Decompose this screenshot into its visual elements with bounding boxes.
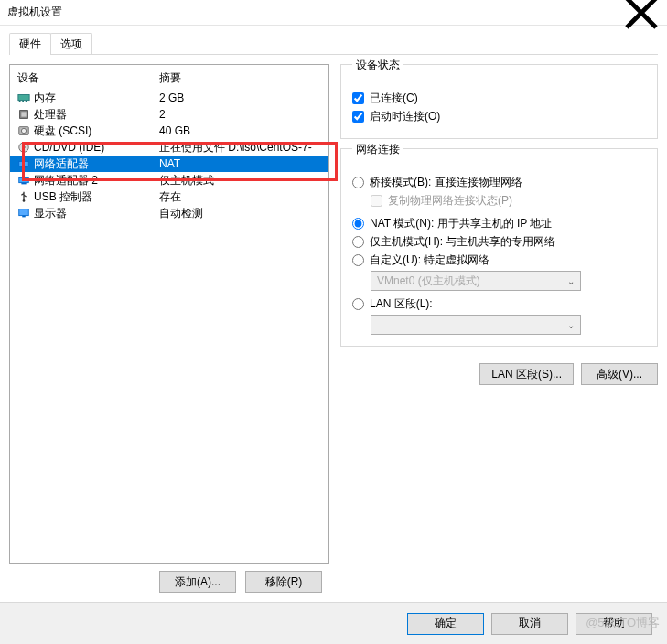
device-summary: 仅主机模式	[159, 173, 214, 188]
chevron-down-icon: ⌄	[567, 276, 575, 286]
titlebar: 虚拟机设置	[0, 0, 667, 26]
advanced-button[interactable]: 高级(V)...	[581, 363, 658, 385]
disk-icon	[17, 124, 30, 137]
net-icon	[17, 157, 30, 170]
hardware-list: 设备 摘要 内存2 GB处理器2硬盘 (SCSI)40 GBCD/DVD (ID…	[9, 64, 329, 564]
svg-rect-11	[21, 166, 26, 168]
hostonly-radio[interactable]	[352, 236, 364, 248]
table-row[interactable]: 网络适配器 2仅主机模式	[10, 172, 328, 188]
device-summary: 正在使用文件 D:\iso\CentOS-7-	[159, 140, 312, 156]
col-device: 设备	[17, 70, 159, 86]
table-row[interactable]: 显示器自动检测	[10, 205, 328, 221]
device-name: USB 控制器	[34, 189, 92, 205]
device-summary: NAT	[159, 157, 180, 170]
device-summary: 2 GB	[159, 91, 184, 104]
svg-rect-12	[19, 177, 29, 182]
connect-at-poweron-checkbox[interactable]	[352, 111, 364, 123]
device-name: 网络适配器	[34, 156, 89, 172]
custom-vmnet-select[interactable]: VMnet0 (仅主机模式) ⌄	[371, 271, 581, 291]
svg-rect-1	[19, 101, 21, 102]
svg-point-14	[23, 199, 26, 202]
svg-rect-15	[19, 209, 29, 216]
table-row[interactable]: 网络适配器NAT	[10, 156, 328, 172]
bridged-label: 桥接模式(B): 直接连接物理网络	[370, 175, 522, 190]
connected-label: 已连接(C)	[370, 91, 418, 106]
tab-bar: 硬件 选项	[9, 33, 658, 55]
device-status-legend: 设备状态	[352, 58, 403, 73]
tab-hardware[interactable]: 硬件	[9, 33, 51, 54]
dialog-footer: 确定 取消 帮助	[0, 602, 667, 644]
add-button[interactable]: 添加(A)...	[159, 571, 236, 593]
table-row[interactable]: 处理器2	[10, 106, 328, 123]
device-summary: 存在	[159, 189, 181, 205]
lan-segments-button[interactable]: LAN 区段(S)...	[479, 363, 574, 385]
table-row[interactable]: USB 控制器存在	[10, 188, 328, 205]
chevron-down-icon: ⌄	[567, 320, 575, 330]
close-icon[interactable]	[623, 0, 660, 26]
svg-rect-10	[19, 161, 29, 166]
device-name: 内存	[34, 91, 56, 106]
device-name: 显示器	[34, 206, 67, 221]
display-icon	[17, 207, 30, 220]
hardware-list-header: 设备 摘要	[10, 65, 328, 90]
nat-radio[interactable]	[352, 218, 364, 230]
custom-label: 自定义(U): 特定虚拟网络	[370, 252, 489, 268]
device-name: 处理器	[34, 107, 67, 123]
svg-rect-0	[18, 95, 29, 101]
tab-options[interactable]: 选项	[50, 33, 92, 54]
device-summary: 自动检测	[159, 206, 203, 221]
table-row[interactable]: CD/DVD (IDE)正在使用文件 D:\iso\CentOS-7-	[10, 139, 328, 156]
custom-radio[interactable]	[352, 254, 364, 266]
bridged-radio[interactable]	[352, 177, 364, 188]
device-name: CD/DVD (IDE)	[34, 141, 104, 154]
svg-point-9	[23, 146, 26, 149]
connected-checkbox[interactable]	[352, 92, 364, 104]
svg-rect-16	[22, 216, 26, 218]
device-status-group: 设备状态 已连接(C) 启动时连接(O)	[340, 64, 658, 139]
memory-icon	[17, 91, 30, 104]
lan-segment-select[interactable]: ⌄	[371, 315, 581, 335]
remove-button[interactable]: 移除(R)	[245, 571, 322, 593]
cancel-button[interactable]: 取消	[491, 613, 568, 635]
svg-rect-3	[26, 101, 27, 102]
svg-rect-5	[21, 112, 26, 116]
lan-segment-radio[interactable]	[352, 298, 364, 310]
cpu-icon	[17, 108, 30, 121]
hostonly-label: 仅主机模式(H): 与主机共享的专用网络	[370, 234, 555, 250]
svg-point-7	[21, 128, 26, 133]
network-connection-group: 网络连接 桥接模式(B): 直接连接物理网络 复制物理网络连接状态(P) NAT…	[340, 148, 658, 347]
nat-label: NAT 模式(N): 用于共享主机的 IP 地址	[370, 216, 552, 231]
window-title: 虚拟机设置	[7, 5, 623, 20]
device-name: 硬盘 (SCSI)	[34, 123, 91, 139]
usb-icon	[17, 190, 30, 203]
device-summary: 2	[159, 108, 166, 121]
ok-button[interactable]: 确定	[407, 613, 484, 635]
network-legend: 网络连接	[352, 142, 403, 157]
col-summary: 摘要	[159, 70, 181, 86]
help-button[interactable]: 帮助	[576, 613, 652, 635]
table-row[interactable]: 硬盘 (SCSI)40 GB	[10, 123, 328, 139]
lan-segment-label: LAN 区段(L):	[370, 296, 433, 312]
device-summary: 40 GB	[159, 124, 190, 137]
net-icon	[17, 174, 30, 187]
cd-icon	[17, 141, 30, 154]
replicate-checkbox	[371, 195, 382, 207]
connect-at-poweron-label: 启动时连接(O)	[370, 109, 440, 124]
svg-rect-2	[22, 101, 24, 102]
custom-vmnet-value: VMnet0 (仅主机模式)	[377, 274, 480, 289]
table-row[interactable]: 内存2 GB	[10, 90, 328, 106]
replicate-label: 复制物理网络连接状态(P)	[388, 193, 512, 209]
device-name: 网络适配器 2	[34, 173, 98, 188]
svg-rect-13	[21, 183, 26, 185]
